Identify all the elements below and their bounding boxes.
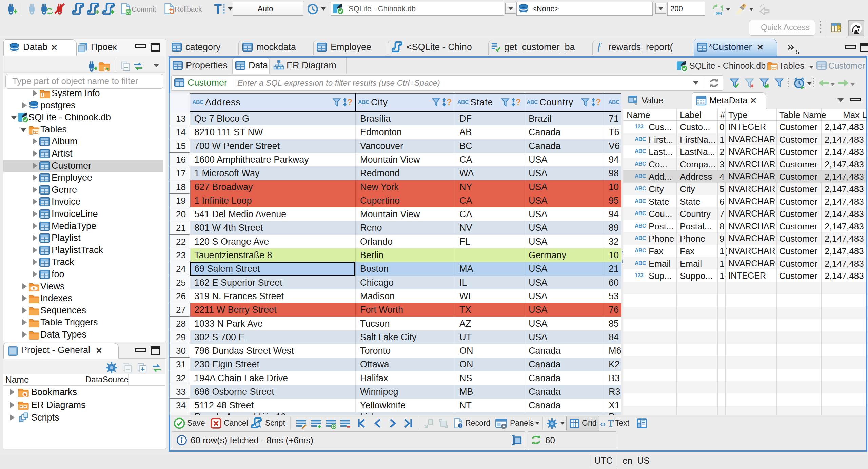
svg-text:i: i: [460, 424, 461, 428]
